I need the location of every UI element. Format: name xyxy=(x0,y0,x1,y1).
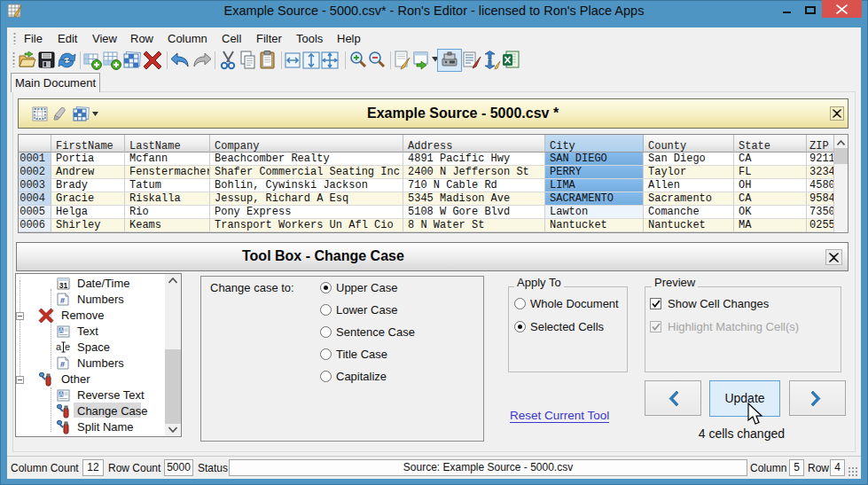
svg-text:a: a xyxy=(56,341,62,352)
svg-text:A: A xyxy=(59,391,64,397)
svg-text:31: 31 xyxy=(59,281,68,290)
svg-text:A: A xyxy=(59,327,64,333)
svg-text:#: # xyxy=(60,360,65,369)
svg-text:e: e xyxy=(65,341,70,352)
svg-text:#: # xyxy=(60,296,65,305)
